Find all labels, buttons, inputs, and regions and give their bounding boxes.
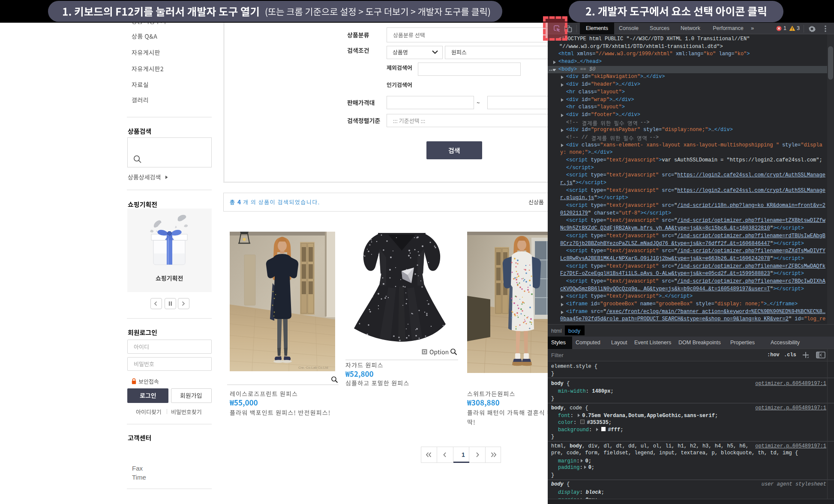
svg-text:Cre.·Co.Lab Co.Ltd: Cre.·Co.Lab Co.Ltd [298, 366, 328, 370]
